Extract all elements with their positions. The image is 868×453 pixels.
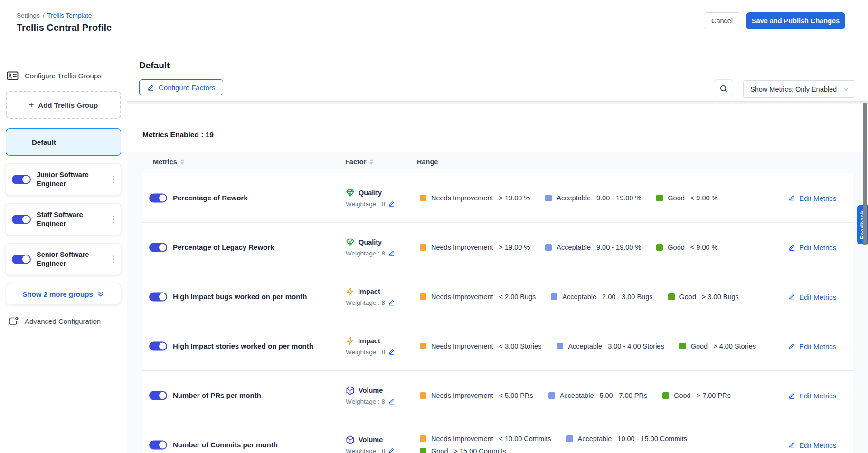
range-cell: Needs Improvement< 5.00 PRsAcceptable5.0… bbox=[420, 392, 771, 399]
column-header-factor[interactable]: Factor bbox=[345, 158, 373, 166]
edit-metrics-button[interactable]: Edit Metrics bbox=[788, 243, 836, 251]
sidebar-group-card[interactable]: Junior Software Engineer bbox=[6, 163, 121, 196]
breadcrumb-trellis-template[interactable]: Trellis Template bbox=[47, 12, 92, 19]
weightage-label: Weightage : 8 bbox=[346, 447, 385, 453]
range-cell: Needs Improvement< 3.00 StoriesAcceptabl… bbox=[420, 342, 771, 350]
sidebar-group-card[interactable]: Staff Software Engineer bbox=[6, 203, 121, 236]
add-trellis-group-button[interactable]: + Add Trellis Group bbox=[6, 91, 121, 119]
range-value: < 2.00 Bugs bbox=[499, 293, 536, 301]
kebab-menu-icon[interactable] bbox=[110, 214, 117, 226]
group-enabled-toggle[interactable] bbox=[12, 175, 31, 184]
range-value: < 10.00 Commits bbox=[499, 435, 551, 443]
edit-metrics-label: Edit Metrics bbox=[799, 441, 836, 449]
advanced-configuration-link[interactable]: Advanced Configuration bbox=[9, 316, 121, 326]
show-more-groups-button[interactable]: Show 2 more groups bbox=[6, 283, 121, 305]
toggle-knob bbox=[159, 244, 166, 251]
metric-enabled-toggle[interactable] bbox=[149, 341, 167, 350]
metric-enabled-toggle[interactable] bbox=[149, 292, 167, 301]
weightage-label: Weightage : 8 bbox=[346, 250, 385, 257]
range-color-swatch bbox=[557, 343, 563, 349]
edit-pencil-icon bbox=[788, 342, 795, 349]
edit-weightage-pencil-icon[interactable] bbox=[388, 299, 395, 306]
range-cell: Needs Improvement> 19.00 %Acceptable9.00… bbox=[420, 194, 771, 202]
range-cell: Needs Improvement< 2.00 BugsAcceptable2.… bbox=[420, 293, 771, 301]
edit-weightage-pencil-icon[interactable] bbox=[388, 349, 395, 355]
metric-row: High Impact bugs worked on per month Imp… bbox=[142, 272, 853, 321]
add-trellis-group-label: Add Trellis Group bbox=[38, 101, 98, 109]
range-value: 3.00 - 4.00 Stories bbox=[608, 342, 664, 350]
range-label: Good bbox=[668, 194, 684, 202]
range-line: Needs Improvement< 3.00 StoriesAcceptabl… bbox=[420, 342, 771, 350]
edit-metrics-button[interactable]: Edit Metrics bbox=[788, 391, 836, 399]
toggle-knob bbox=[22, 255, 30, 263]
edit-pencil-icon bbox=[788, 441, 795, 448]
breadcrumb-settings[interactable]: Settings bbox=[17, 12, 40, 19]
configure-trellis-groups-label: Configure Trellis Groups bbox=[25, 72, 102, 80]
weightage-label: Weightage : 8 bbox=[346, 398, 385, 405]
range-chip: Good> 3.00 Bugs bbox=[668, 293, 739, 301]
edit-metrics-button[interactable]: Edit Metrics bbox=[788, 293, 836, 301]
factor-cell: Volume Weightage : 8 bbox=[346, 386, 417, 405]
kebab-menu-icon[interactable] bbox=[110, 254, 117, 265]
range-chip: Needs Improvement< 3.00 Stories bbox=[420, 342, 541, 350]
edit-metrics-button[interactable]: Edit Metrics bbox=[788, 194, 836, 202]
edit-pencil-icon bbox=[788, 244, 795, 251]
top-header-bar: Settings / Trellis Template Trellis Cent… bbox=[0, 0, 868, 55]
edit-weightage-pencil-icon[interactable] bbox=[388, 398, 395, 405]
range-color-swatch bbox=[548, 392, 555, 399]
configure-factors-button[interactable]: Configure Factors bbox=[139, 79, 223, 95]
factor-name: Impact bbox=[358, 337, 380, 345]
range-label: Good bbox=[431, 447, 448, 453]
range-value: < 9.00 % bbox=[690, 194, 718, 202]
metric-name: High Impact stories worked on per month bbox=[173, 341, 313, 351]
edit-weightage-pencil-icon[interactable] bbox=[388, 447, 395, 453]
factor-cell: Impact Weightage : 8 bbox=[346, 337, 417, 356]
edit-weightage-pencil-icon[interactable] bbox=[388, 250, 395, 256]
metric-enabled-toggle[interactable] bbox=[149, 243, 167, 252]
metric-enabled-toggle[interactable] bbox=[149, 193, 167, 202]
cancel-button[interactable]: Cancel bbox=[704, 12, 740, 29]
save-and-publish-button[interactable]: Save and Publish Changes bbox=[746, 12, 845, 29]
range-label: Needs Improvement bbox=[431, 194, 493, 202]
factor-name: Quality bbox=[359, 189, 382, 197]
show-metrics-filter-value: Show Metrics: Only Enabled bbox=[750, 85, 837, 93]
trellis-group-list: Junior Software Engineer Staff Software … bbox=[6, 163, 121, 275]
toggle-knob bbox=[159, 441, 166, 448]
range-chip: Needs Improvement< 5.00 PRs bbox=[420, 392, 533, 399]
range-line: Needs Improvement< 5.00 PRsAcceptable5.0… bbox=[420, 392, 771, 399]
show-metrics-filter-dropdown[interactable]: Show Metrics: Only Enabled bbox=[743, 80, 855, 98]
group-enabled-toggle[interactable] bbox=[12, 215, 31, 224]
edit-metrics-button[interactable]: Edit Metrics bbox=[788, 342, 836, 350]
range-value: 5.00 - 7.00 PRs bbox=[599, 392, 647, 399]
range-value: 9.00 - 19.00 % bbox=[596, 194, 641, 202]
range-value: > 3.00 Bugs bbox=[702, 293, 739, 301]
sidebar-group-card[interactable]: Senior Software Engineer bbox=[6, 243, 121, 275]
edit-metrics-button[interactable]: Edit Metrics bbox=[788, 441, 836, 449]
group-enabled-toggle[interactable] bbox=[12, 255, 31, 264]
range-color-swatch bbox=[545, 195, 552, 201]
vertical-scrollbar-thumb[interactable] bbox=[863, 103, 867, 245]
advanced-configuration-label: Advanced Configuration bbox=[25, 317, 101, 325]
range-value: > 19.00 % bbox=[499, 194, 530, 202]
range-value: < 3.00 Stories bbox=[499, 342, 542, 350]
metric-enabled-toggle[interactable] bbox=[149, 391, 167, 400]
search-button[interactable] bbox=[714, 79, 733, 98]
range-label: Good bbox=[691, 342, 708, 350]
range-color-swatch bbox=[656, 244, 663, 251]
metric-enabled-toggle[interactable] bbox=[149, 440, 167, 449]
default-group-label: Default bbox=[32, 138, 56, 146]
range-label: Acceptable bbox=[562, 293, 596, 301]
edit-weightage-pencil-icon[interactable] bbox=[388, 200, 395, 207]
metric-row: Number of Commits per month Volume Weigh… bbox=[142, 420, 853, 453]
sidebar: Configure Trellis Groups + Add Trellis G… bbox=[0, 56, 127, 453]
range-column-label: Range bbox=[417, 158, 438, 166]
column-header-metrics[interactable]: Metrics bbox=[153, 158, 184, 166]
kebab-menu-icon[interactable] bbox=[110, 174, 117, 186]
sidebar-item-default-group[interactable]: Default bbox=[6, 128, 121, 156]
double-chevron-down-icon bbox=[97, 290, 104, 298]
range-chip: Needs Improvement> 19.00 % bbox=[420, 194, 530, 202]
range-color-swatch bbox=[420, 448, 426, 453]
factor-cell: Volume Weightage : 8 bbox=[346, 435, 417, 453]
edit-metrics-label: Edit Metrics bbox=[799, 293, 836, 301]
range-line: Needs Improvement> 19.00 %Acceptable9.00… bbox=[420, 194, 771, 202]
